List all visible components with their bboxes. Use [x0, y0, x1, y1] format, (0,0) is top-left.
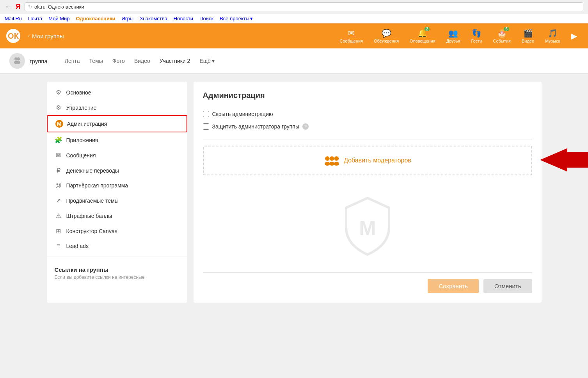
group-tabs: Лента Темы Фото Видео Участники 2 Ещё ▾ — [65, 58, 215, 64]
svg-text:M: M — [359, 217, 376, 239]
save-button[interactable]: Сохранить — [428, 279, 479, 293]
cancel-button[interactable]: Отменить — [483, 279, 532, 293]
tab-photo[interactable]: Фото — [112, 58, 125, 64]
nav-guests[interactable]: 👣 Гости — [466, 26, 487, 46]
ok-logo[interactable]: ОК — [6, 29, 20, 43]
events-badge: 5 — [504, 27, 509, 31]
add-moderators-button[interactable]: Добавить модераторов — [323, 154, 411, 167]
notifications-badge: 2 — [425, 27, 430, 31]
nav-video[interactable]: 🎬 Видео — [517, 26, 539, 46]
guests-icon: 👣 — [472, 29, 481, 38]
nav-events[interactable]: 🎂 5 События — [489, 26, 515, 46]
sidebar-item-partner[interactable]: @ Партнёрская программа — [47, 178, 187, 193]
sidebar-label-basic: Основное — [66, 89, 91, 96]
hide-admin-checkbox[interactable] — [203, 111, 209, 117]
nav-pochta[interactable]: Почта — [28, 16, 42, 21]
sidebar-item-management[interactable]: ⚙ Управление — [47, 100, 187, 115]
sidebar-divider — [47, 257, 187, 257]
friends-icon: 👥 — [448, 29, 458, 38]
sidebar-item-canvas[interactable]: ⊞ Конструктор Canvas — [47, 223, 187, 239]
nav-events-label: События — [493, 39, 511, 43]
sidebar-item-promoted[interactable]: ↗ Продвигаемые темы — [47, 193, 187, 208]
protect-admin-checkbox[interactable] — [203, 123, 209, 130]
sidebar-label-messages: Сообщения — [66, 152, 96, 159]
nav-play[interactable]: ▶ — [567, 29, 582, 43]
tab-temy[interactable]: Темы — [89, 58, 103, 64]
my-groups-label: Мои группы — [32, 33, 64, 39]
moderator-section: Добавить модераторов — [203, 146, 532, 175]
arrow-icon: ‹ — [28, 33, 30, 39]
svg-point-4 — [325, 156, 330, 161]
sidebar-item-money[interactable]: ₽ Денежные переводы — [47, 163, 187, 178]
messages-icon: ✉ — [348, 29, 355, 38]
money-icon: ₽ — [55, 167, 62, 174]
nav-notifications[interactable]: 🔔 2 Оповещения — [405, 26, 440, 46]
red-arrow-svg — [540, 148, 588, 172]
sidebar-item-penalty[interactable]: ⚠ Штрафные баллы — [47, 208, 187, 223]
nav-all-projects[interactable]: Все проекты ▾ — [220, 16, 253, 21]
nav-znakomstva[interactable]: Знакомства — [140, 16, 167, 21]
nav-discussions-label: Обсуждения — [374, 39, 399, 43]
sidebar-item-lead-ads[interactable]: ≡ Lead ads — [47, 239, 187, 253]
notifications-icon: 🔔 2 — [417, 29, 427, 38]
nav-friends[interactable]: 👥 Друзья — [442, 26, 465, 46]
sidebar-links-section: Ссылки на группы Если вы добавите ссылки… — [47, 260, 187, 282]
nav-moimir[interactable]: Мой Мир — [48, 16, 69, 21]
ok-header: ОК ‹ Мои группы ✉ Сообщения 💬 Обсуждения… — [0, 23, 588, 48]
svg-point-7 — [325, 162, 330, 166]
shield-icon: M — [340, 194, 395, 257]
my-groups-button[interactable]: ‹ Мои группы — [28, 33, 64, 39]
sidebar-section-title: Ссылки на группы — [55, 266, 179, 273]
tab-lenta[interactable]: Лента — [65, 58, 80, 64]
gear-icon: ⚙ — [55, 89, 62, 96]
back-button[interactable]: ← — [5, 3, 12, 11]
sidebar-item-apps[interactable]: 🧩 Приложения — [47, 132, 187, 148]
group-header: группа Лента Темы Фото Видео Участники 2… — [0, 48, 588, 74]
nav-novosti[interactable]: Новости — [174, 16, 193, 21]
add-moderators-section: Добавить модераторов — [203, 146, 532, 175]
video-icon: 🎬 — [523, 29, 533, 38]
svg-point-3 — [16, 61, 20, 64]
sidebar-label-apps: Приложения — [66, 137, 98, 143]
tab-more[interactable]: Ещё ▾ — [199, 58, 215, 64]
hide-admin-label: Скрыть администрацию — [212, 111, 273, 117]
action-buttons: Сохранить Отменить — [203, 272, 532, 293]
sidebar-label-partner: Партнёрская программа — [66, 182, 128, 189]
url-bar[interactable]: ↻ ok.ru Одноклассники — [25, 2, 583, 11]
nav-music[interactable]: 🎵 Музыка — [540, 26, 565, 46]
nav-mailru[interactable]: Mail.Ru — [5, 16, 22, 21]
sidebar-item-messages[interactable]: ✉ Сообщения — [47, 148, 187, 163]
nav-notifications-label: Оповещения — [410, 39, 435, 43]
svg-point-5 — [330, 156, 334, 161]
events-icon: 🎂 5 — [497, 29, 507, 38]
nav-odnoklassniki[interactable]: Одноклассники — [76, 16, 115, 21]
discussions-icon: 💬 — [382, 29, 391, 38]
svg-marker-10 — [540, 148, 588, 172]
sidebar-label-money: Денежные переводы — [66, 168, 119, 174]
help-icon[interactable]: ? — [302, 123, 309, 130]
url-title: Одноклассники — [48, 4, 84, 10]
nav-poisk[interactable]: Поиск — [199, 16, 213, 21]
hide-admin-row: Скрыть администрацию — [203, 108, 532, 120]
list-icon: ≡ — [55, 242, 62, 250]
protect-admin-label: Защитить администратора группы — [212, 123, 300, 130]
sidebar-item-administration[interactable]: M Администрация — [47, 115, 187, 132]
nav-igry[interactable]: Игры — [121, 16, 133, 21]
tab-video[interactable]: Видео — [134, 58, 150, 64]
promoted-icon: ↗ — [55, 197, 62, 204]
apps-icon: 🧩 — [55, 136, 62, 144]
nav-music-label: Музыка — [545, 39, 560, 43]
refresh-icon[interactable]: ↻ — [28, 4, 32, 10]
page-title: Администрация — [203, 91, 532, 100]
yandex-logo: Я — [16, 3, 21, 11]
group-name: группа — [30, 58, 48, 64]
main-layout: ⚙ Основное ⚙ Управление M Администрация … — [41, 74, 548, 310]
nav-video-label: Видео — [522, 39, 534, 43]
tab-participants[interactable]: Участники 2 — [160, 58, 190, 64]
header-nav-icons: ✉ Сообщения 💬 Обсуждения 🔔 2 Оповещения … — [335, 26, 582, 46]
nav-discussions[interactable]: 💬 Обсуждения — [369, 26, 403, 46]
sidebar-item-basic[interactable]: ⚙ Основное — [47, 85, 187, 100]
sidebar: ⚙ Основное ⚙ Управление M Администрация … — [47, 82, 187, 303]
nav-friends-label: Друзья — [446, 39, 460, 43]
nav-messages[interactable]: ✉ Сообщения — [335, 26, 368, 46]
